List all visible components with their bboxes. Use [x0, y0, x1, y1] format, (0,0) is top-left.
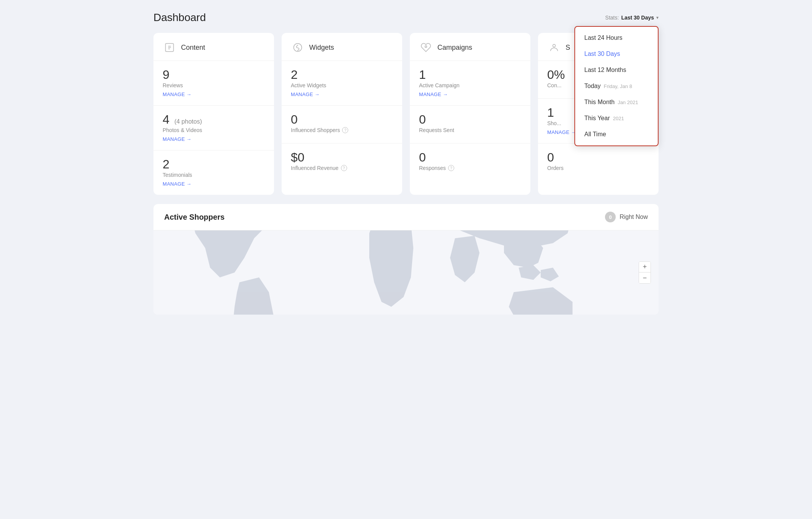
campaigns-card-header: Campaigns [410, 33, 530, 61]
testimonials-count: 2 [163, 158, 265, 170]
svg-point-4 [425, 46, 427, 47]
page-header: Dashboard Stats: Last 30 Days ▾ Last 24 … [153, 11, 659, 24]
stats-current-value: Last 30 Days [621, 15, 654, 21]
campaigns-card-body: 1 Active Campaign MANAGE → 0 Requests Se… [410, 61, 530, 181]
content-card: Content 9 Reviews MANAGE → 4 (4 photos) … [153, 33, 274, 195]
orders-stat: 0 Orders [538, 144, 659, 181]
reviews-count: 9 [163, 69, 265, 81]
stats-dropdown-menu: Last 24 HoursLast 30 DaysLast 12 MonthsT… [574, 26, 659, 146]
reviews-label: Reviews [163, 82, 265, 88]
dropdown-item-today[interactable]: Today Friday, Jan 8 [575, 78, 658, 94]
active-campaign-label: Active Campaign [419, 82, 521, 88]
active-campaign-stat: 1 Active Campaign MANAGE → [410, 61, 530, 106]
widgets-card: Widgets 2 Active Widgets MANAGE → 0 Infl… [282, 33, 402, 195]
influenced-shoppers-count: 0 [291, 113, 393, 126]
active-widgets-label: Active Widgets [291, 82, 393, 88]
right-now-label: Right Now [620, 214, 648, 220]
requests-sent-label: Requests Sent [419, 127, 521, 133]
influenced-revenue-stat: $0 Influenced Revenue ? [282, 144, 402, 181]
stats-label: Stats: [605, 15, 619, 21]
active-shoppers-section: Active Shoppers 0 Right Now [153, 204, 659, 315]
dropdown-item-all-time[interactable]: All Time [575, 126, 658, 142]
dropdown-item-this-year[interactable]: This Year 2021 [575, 110, 658, 126]
campaigns-card-title: Campaigns [437, 44, 472, 52]
responses-label: Responses ? [419, 165, 521, 171]
widgets-card-body: 2 Active Widgets MANAGE → 0 Influenced S… [282, 61, 402, 181]
content-card-header: Content [153, 33, 274, 61]
right-now-count: 0 [605, 212, 616, 222]
campaigns-icon [419, 41, 433, 54]
right-now-badge: 0 Right Now [605, 212, 648, 222]
social-icon [547, 41, 561, 54]
active-widgets-count: 2 [291, 69, 393, 81]
dropdown-item-this-month[interactable]: This Month Jan 2021 [575, 94, 658, 110]
responses-count: 0 [419, 151, 521, 163]
testimonials-manage-link[interactable]: MANAGE → [163, 181, 191, 187]
influenced-shoppers-stat: 0 Influenced Shoppers ? [282, 106, 402, 144]
influenced-revenue-help-icon[interactable]: ? [341, 165, 347, 171]
zoom-in-button[interactable]: + [639, 262, 651, 273]
influenced-revenue-count: $0 [291, 151, 393, 163]
widgets-manage-link[interactable]: MANAGE → [291, 91, 320, 97]
dropdown-item-last-12-months[interactable]: Last 12 Months [575, 62, 658, 78]
page-wrapper: Dashboard Stats: Last 30 Days ▾ Last 24 … [138, 0, 674, 326]
reviews-manage-link[interactable]: MANAGE → [163, 91, 191, 97]
active-shoppers-title: Active Shoppers [164, 213, 225, 222]
orders-count: 0 [547, 151, 649, 163]
responses-stat: 0 Responses ? [410, 144, 530, 181]
world-map [161, 230, 651, 315]
social-manage-link[interactable]: MANAGE → [547, 129, 576, 135]
dropdown-item-last-24-hours[interactable]: Last 24 Hours [575, 30, 658, 46]
zoom-out-button[interactable]: − [639, 273, 651, 283]
map-container: + − [153, 230, 659, 315]
testimonials-label: Testimonials [163, 172, 265, 178]
responses-help-icon[interactable]: ? [448, 165, 454, 171]
dropdown-item-last-30-days[interactable]: Last 30 Days [575, 46, 658, 62]
content-icon [163, 41, 176, 54]
content-card-title: Content [181, 44, 205, 52]
photos-manage-link[interactable]: MANAGE → [163, 136, 191, 142]
widgets-icon [291, 41, 305, 54]
widgets-card-header: Widgets [282, 33, 402, 61]
widgets-card-title: Widgets [309, 44, 334, 52]
active-shoppers-header: Active Shoppers 0 Right Now [153, 204, 659, 230]
page-title: Dashboard [153, 11, 206, 24]
stats-dropdown-trigger[interactable]: Stats: Last 30 Days ▾ Last 24 HoursLast … [605, 15, 659, 21]
content-testimonials-stat: 2 Testimonials MANAGE → [153, 150, 274, 195]
orders-label: Orders [547, 165, 649, 171]
chevron-down-icon: ▾ [656, 15, 659, 20]
campaigns-manage-link[interactable]: MANAGE → [419, 91, 448, 97]
influenced-shoppers-label: Influenced Shoppers ? [291, 127, 393, 133]
requests-sent-count: 0 [419, 113, 521, 126]
content-reviews-stat: 9 Reviews MANAGE → [153, 61, 274, 106]
content-photos-stat: 4 (4 photos) Photos & Videos MANAGE → [153, 106, 274, 150]
photos-count: 4 (4 photos) [163, 113, 265, 126]
svg-point-5 [553, 44, 556, 47]
content-card-body: 9 Reviews MANAGE → 4 (4 photos) Photos &… [153, 61, 274, 195]
photos-label: Photos & Videos [163, 127, 265, 133]
requests-sent-stat: 0 Requests Sent [410, 106, 530, 144]
map-zoom-controls: + − [639, 261, 651, 284]
campaigns-card: Campaigns 1 Active Campaign MANAGE → 0 R… [410, 33, 530, 195]
influenced-revenue-label: Influenced Revenue ? [291, 165, 393, 171]
influenced-shoppers-help-icon[interactable]: ? [342, 127, 348, 133]
active-widgets-stat: 2 Active Widgets MANAGE → [282, 61, 402, 106]
active-campaign-count: 1 [419, 69, 521, 81]
social-card-title: S [566, 44, 570, 52]
